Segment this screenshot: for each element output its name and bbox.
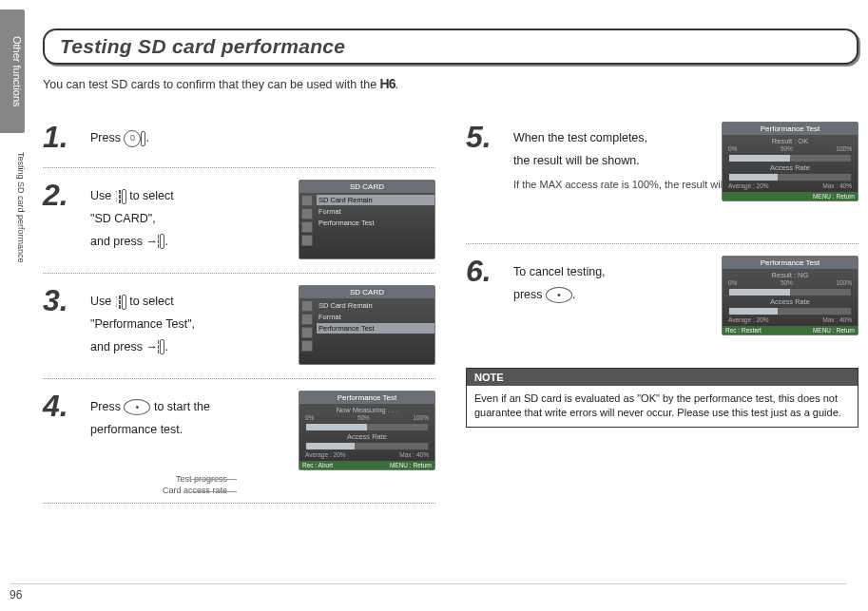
- step-1-text: Press: [90, 131, 124, 144]
- scale-mid: 50%: [357, 414, 370, 421]
- access-rate-label: Access Rate: [728, 297, 852, 306]
- step-6-l2b: .: [572, 288, 575, 301]
- screenshot-perf-ng: Performance Test Result : NG 0%50%100% A…: [722, 256, 858, 335]
- step-1-after: .: [145, 131, 148, 144]
- menu-button-icon: 0: [124, 130, 141, 147]
- step-1-number: 1.: [43, 122, 79, 152]
- scale-0: 0%: [728, 279, 737, 286]
- scale-100: 100%: [836, 145, 852, 152]
- step-6-number: 6.: [466, 256, 502, 286]
- footer-right: MENU : Return: [813, 327, 855, 334]
- perf-status: Result : NG: [728, 271, 852, 279]
- screenshot-perf-measuring: Performance Test Now Measuring . . . 0%5…: [299, 391, 435, 470]
- note-box: NOTE Even if an SD card is evaluated as …: [466, 368, 858, 428]
- perf-status: Result : OK: [728, 137, 852, 145]
- max-label: Max : 40%: [399, 451, 429, 458]
- left-column: 1. Press 0. 2. Use ↑↓ to select "SD CARD…: [43, 110, 435, 511]
- step-2-l1a: Use: [90, 189, 115, 202]
- screenshot-sdcard-menu: SD CARD SD Card Remain Format Performanc…: [299, 180, 435, 259]
- screen-title: Performance Test: [299, 391, 434, 404]
- step-1: 1. Press 0.: [43, 122, 435, 152]
- footer-right: MENU : Return: [390, 462, 432, 468]
- scale-100: 100%: [836, 279, 852, 286]
- separator: [43, 167, 435, 168]
- screen-title: Performance Test: [723, 257, 858, 269]
- perf-status: Now Measuring . . .: [305, 406, 429, 414]
- intro-after: .: [395, 78, 398, 91]
- screenshot-sdcard-perftest: SD CARD SD Card Remain Format Performanc…: [299, 285, 435, 365]
- menu-item: SD Card Remain: [317, 300, 434, 311]
- menu-item: SD Card Remain: [317, 195, 434, 205]
- rec-button-icon: •: [124, 399, 150, 415]
- step-3-l3b: .: [164, 340, 167, 353]
- avg-label: Average : 20%: [728, 316, 769, 323]
- step-3-l1a: Use: [90, 295, 115, 308]
- access-rate-label: Access Rate: [728, 163, 852, 172]
- footer-right: MENU : Return: [813, 193, 855, 200]
- step-4-l1b: to start the: [150, 400, 210, 413]
- note-body: Even if an SD card is evaluated as "OK" …: [467, 386, 858, 427]
- scale-mid: 50%: [781, 145, 793, 152]
- page-content: Testing SD card performance You can test…: [43, 29, 858, 511]
- scale-0: 0%: [728, 145, 737, 152]
- screen-title: SD CARD: [299, 181, 434, 193]
- scale-mid: 50%: [781, 279, 793, 286]
- separator: [43, 378, 435, 379]
- press-arrow-icon: →: [145, 235, 158, 248]
- avg-label: Average : 20%: [305, 451, 346, 458]
- screenshot-perf-ok: Performance Test Result : OK 0%50%100% A…: [722, 122, 858, 201]
- callout-labels: Test progress Card access rate: [113, 473, 227, 497]
- step-4-l1a: Press: [90, 400, 124, 413]
- scroll-wheel-icon: ↑↓: [115, 189, 126, 204]
- rec-button-icon: •: [546, 287, 572, 303]
- avg-label: Average : 20%: [728, 182, 769, 189]
- max-label: Max : 40%: [822, 316, 852, 323]
- step-2-l3b: .: [164, 235, 167, 248]
- screen-title: Performance Test: [723, 123, 858, 135]
- page-title: Testing SD card performance: [60, 35, 841, 58]
- step-6-l2a: press: [513, 288, 546, 301]
- separator: [43, 503, 435, 504]
- scroll-wheel-icon: ↑↓: [115, 295, 126, 310]
- title-box: Testing SD card performance: [43, 29, 858, 65]
- note-heading: NOTE: [467, 369, 858, 386]
- footer-left: Rec : Abort: [302, 462, 333, 468]
- press-arrow-icon: →: [145, 340, 158, 353]
- sidebar-category-tab: Other functions: [0, 10, 25, 133]
- step-3-l3a: and press: [90, 340, 145, 353]
- scale-0: 0%: [305, 414, 314, 421]
- separator: [466, 243, 858, 244]
- menu-item: Performance Test: [317, 218, 434, 228]
- scale-100: 100%: [413, 414, 429, 421]
- step-2-l1b: to select: [126, 189, 174, 202]
- intro-before: You can test SD cards to confirm that th…: [43, 78, 380, 91]
- brand-name: H6: [380, 76, 395, 91]
- menu-item: Performance Test: [317, 323, 434, 334]
- step-2-number: 2.: [43, 180, 79, 210]
- step-3-number: 3.: [43, 285, 79, 315]
- step-2-l3a: and press: [90, 235, 145, 248]
- sidebar-topic-tab: Testing SD card performance: [12, 152, 26, 323]
- page-number: 96: [10, 583, 846, 601]
- menu-item: Format: [317, 206, 434, 217]
- step-3-l1b: to select: [126, 295, 174, 308]
- step-4-number: 4.: [43, 391, 79, 421]
- step-5-number: 5.: [466, 122, 502, 152]
- access-rate-label: Access Rate: [305, 432, 429, 441]
- right-column: 5. When the test completes, the result w…: [466, 110, 858, 511]
- separator: [43, 273, 435, 274]
- menu-item: Format: [317, 312, 434, 322]
- max-label: Max : 40%: [822, 182, 852, 189]
- intro-text: You can test SD cards to confirm that th…: [43, 76, 858, 91]
- footer-left: Rec : Restart: [725, 327, 762, 334]
- screen-title: SD CARD: [299, 286, 434, 298]
